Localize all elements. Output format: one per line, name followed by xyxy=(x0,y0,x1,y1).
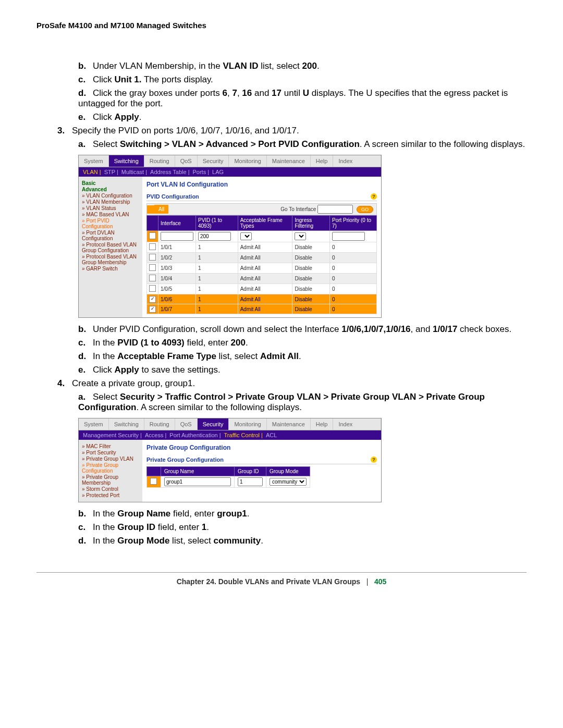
go-button[interactable]: GO xyxy=(357,206,373,213)
sidebar-item[interactable]: » Port DVLAN Configuration xyxy=(82,230,139,241)
tab-qos[interactable]: QoS xyxy=(175,418,198,430)
help-icon[interactable]: ? xyxy=(371,193,377,200)
tab-monitoring[interactable]: Monitoring xyxy=(229,155,266,167)
subnav-port-authentication[interactable]: Port Authentication | xyxy=(169,432,221,438)
subnav-management-security[interactable]: Management Security | xyxy=(83,432,142,438)
private-group-screenshot: SystemSwitchingRoutingQoSSecurityMonitor… xyxy=(78,418,382,502)
cell-aft: Admit All xyxy=(238,304,292,314)
cell-interface: 1/0/5 xyxy=(158,284,196,294)
cell-aft: Admit All xyxy=(238,263,292,274)
subnav-traffic-control[interactable]: Traffic Control | xyxy=(224,432,263,438)
cell-pvid: 1 xyxy=(196,253,238,263)
tab-help[interactable]: Help xyxy=(311,155,334,167)
row-checkbox[interactable] xyxy=(149,264,156,271)
sub-nav: Management Security |Access |Port Authen… xyxy=(79,430,381,440)
sidebar-item[interactable]: » Port Security xyxy=(82,450,139,455)
row-checkbox[interactable] xyxy=(149,306,156,313)
sidebar-advanced[interactable]: Advanced xyxy=(82,187,139,192)
tab-qos[interactable]: QoS xyxy=(175,155,198,167)
cell-interface: 1/0/2 xyxy=(158,253,196,263)
cell-pvid: 1 xyxy=(196,263,238,274)
panel-title: Private Group Configuration xyxy=(146,444,377,451)
tab-system[interactable]: System xyxy=(79,418,109,430)
footer-rule xyxy=(36,572,527,573)
cell-pvid: 1 xyxy=(196,284,238,294)
group-mode-select[interactable]: community xyxy=(270,478,307,486)
pvid-config-screenshot: SystemSwitchingRoutingQoSSecurityMonitor… xyxy=(78,155,382,318)
sidebar-item[interactable]: » Private Group Configuration xyxy=(82,462,139,474)
subnav-stp[interactable]: STP | xyxy=(104,169,118,175)
row-checkbox[interactable] xyxy=(149,243,156,250)
tab-security[interactable]: Security xyxy=(198,155,229,167)
goto-interface-input[interactable] xyxy=(317,205,353,214)
tab-security[interactable]: Security xyxy=(198,418,229,430)
sidebar-item[interactable]: » Port PVID Configuration xyxy=(82,218,139,229)
group-id-input[interactable] xyxy=(238,477,263,486)
tab-monitoring[interactable]: Monitoring xyxy=(229,418,266,430)
sidebar-item[interactable]: » Protocol Based VLAN Group Configuratio… xyxy=(82,242,139,253)
cell-aft: Admit All xyxy=(238,274,292,284)
goto-label: Go To Interface xyxy=(280,206,316,212)
subnav-ports[interactable]: Ports | xyxy=(193,169,210,175)
sidebar-item[interactable]: » Private Group Membership xyxy=(82,474,139,486)
row-checkbox[interactable] xyxy=(149,296,156,303)
col-header: Group Mode xyxy=(266,467,310,476)
box-title: Private Group Configuration xyxy=(146,456,224,463)
sidebar-item[interactable]: » Protocol Based VLAN Group Membership xyxy=(82,254,139,265)
subnav-acl[interactable]: ACL xyxy=(266,432,277,438)
sidebar-item[interactable]: » VLAN Status xyxy=(82,205,139,211)
cell-prio: 0 xyxy=(329,263,376,274)
subnav-address-table[interactable]: Address Table | xyxy=(150,169,189,175)
tab-index[interactable]: Index xyxy=(333,418,381,430)
main-tabs: SystemSwitchingRoutingQoSSecurityMonitor… xyxy=(79,155,381,167)
filter-interface-input[interactable] xyxy=(161,232,193,241)
cell-ing: Disable xyxy=(292,274,330,284)
filter-pvid-input[interactable] xyxy=(198,232,231,241)
cell-pvid: 1 xyxy=(196,274,238,284)
cell-prio: 0 xyxy=(329,294,376,304)
main-panel: Private Group Configuration Private Grou… xyxy=(142,440,381,502)
grid-toolbar: All Go To Interface GO xyxy=(146,203,377,215)
row-checkbox[interactable] xyxy=(149,254,156,261)
filter-ing-select[interactable] xyxy=(295,232,306,240)
tab-switching[interactable]: Switching xyxy=(109,155,144,167)
tab-maintenance[interactable]: Maintenance xyxy=(267,155,311,167)
sidebar-item[interactable]: » Storm Control xyxy=(82,486,139,492)
sub-nav: VLAN |STP |Multicast |Address Table |Por… xyxy=(79,167,381,177)
row-checkbox[interactable] xyxy=(149,285,156,292)
sidebar-item[interactable]: » Private Group VLAN xyxy=(82,456,139,462)
all-tab[interactable]: All xyxy=(154,205,168,214)
tab-index[interactable]: Index xyxy=(333,155,381,167)
tab-routing[interactable]: Routing xyxy=(144,155,175,167)
subnav-access[interactable]: Access | xyxy=(145,432,166,438)
cell-ing: Disable xyxy=(292,304,330,314)
filter-prio-input[interactable] xyxy=(332,232,365,241)
cell-aft: Admit All xyxy=(238,242,292,253)
filter-aft-select[interactable] xyxy=(240,232,252,240)
row-checkbox[interactable] xyxy=(149,275,156,281)
subnav-vlan[interactable]: VLAN | xyxy=(83,169,101,175)
tab-maintenance[interactable]: Maintenance xyxy=(267,418,311,430)
subnav-lag[interactable]: LAG xyxy=(212,169,224,175)
sidebar-basic[interactable]: Basic xyxy=(82,180,139,186)
select-all-checkbox[interactable] xyxy=(149,232,156,239)
tab-switching[interactable]: Switching xyxy=(109,418,144,430)
cell-interface: 1/0/6 xyxy=(158,294,196,304)
sidebar: Basic Advanced » VLAN Configuration» VLA… xyxy=(79,177,142,317)
tab-help[interactable]: Help xyxy=(311,418,334,430)
col-header: Group Name xyxy=(161,467,235,476)
help-icon[interactable]: ? xyxy=(371,456,377,463)
sidebar-item[interactable]: » VLAN Membership xyxy=(82,199,139,205)
cell-prio: 0 xyxy=(329,284,376,294)
cell-ing: Disable xyxy=(292,253,330,263)
sidebar-item[interactable]: » Protected Port xyxy=(82,492,139,498)
tab-system[interactable]: System xyxy=(79,155,109,167)
row-checkbox[interactable] xyxy=(150,478,157,485)
sidebar-item[interactable]: » VLAN Configuration xyxy=(82,193,139,199)
group-name-input[interactable] xyxy=(164,477,231,486)
subnav-multicast[interactable]: Multicast | xyxy=(121,169,147,175)
sidebar-item[interactable]: » GARP Switch xyxy=(82,266,139,272)
sidebar-item[interactable]: » MAC Based VLAN xyxy=(82,212,139,217)
sidebar-item[interactable]: » MAC Filter xyxy=(82,443,139,449)
tab-routing[interactable]: Routing xyxy=(144,418,175,430)
